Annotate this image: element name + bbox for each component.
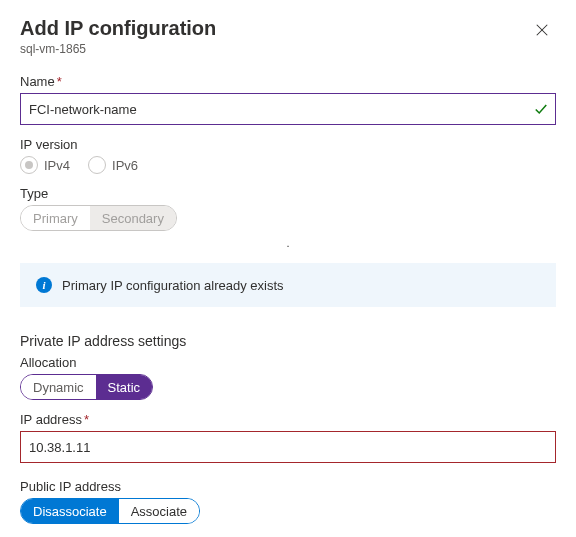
radio-icon: [88, 156, 106, 174]
allocation-label: Allocation: [20, 355, 556, 370]
public-ip-toggle[interactable]: Disassociate Associate: [20, 498, 200, 524]
info-banner: i Primary IP configuration already exist…: [20, 263, 556, 307]
decorative-dot: .: [20, 237, 556, 249]
info-message: Primary IP configuration already exists: [62, 278, 284, 293]
name-input[interactable]: [20, 93, 556, 125]
radio-icon: [20, 156, 38, 174]
check-icon: [534, 102, 548, 116]
type-secondary: Secondary: [90, 206, 176, 230]
name-label: Name*: [20, 74, 556, 89]
page-title: Add IP configuration: [20, 16, 216, 40]
radio-ipv6-label: IPv6: [112, 158, 138, 173]
radio-ipv4-label: IPv4: [44, 158, 70, 173]
private-ip-section-title: Private IP address settings: [20, 333, 556, 349]
resource-subtitle: sql-vm-1865: [20, 42, 216, 56]
public-ip-disassociate[interactable]: Disassociate: [21, 499, 119, 523]
public-ip-label: Public IP address: [20, 479, 556, 494]
allocation-dynamic[interactable]: Dynamic: [21, 375, 96, 399]
allocation-static[interactable]: Static: [96, 375, 153, 399]
close-button[interactable]: [528, 16, 556, 44]
ip-address-label: IP address*: [20, 412, 556, 427]
type-label: Type: [20, 186, 556, 201]
type-primary: Primary: [21, 206, 90, 230]
radio-ipv6: IPv6: [88, 156, 138, 174]
close-icon: [535, 23, 549, 37]
ip-address-input[interactable]: [20, 431, 556, 463]
radio-ipv4: IPv4: [20, 156, 70, 174]
allocation-toggle[interactable]: Dynamic Static: [20, 374, 153, 400]
info-icon: i: [36, 277, 52, 293]
public-ip-associate[interactable]: Associate: [119, 499, 199, 523]
type-toggle: Primary Secondary: [20, 205, 177, 231]
ip-version-label: IP version: [20, 137, 556, 152]
